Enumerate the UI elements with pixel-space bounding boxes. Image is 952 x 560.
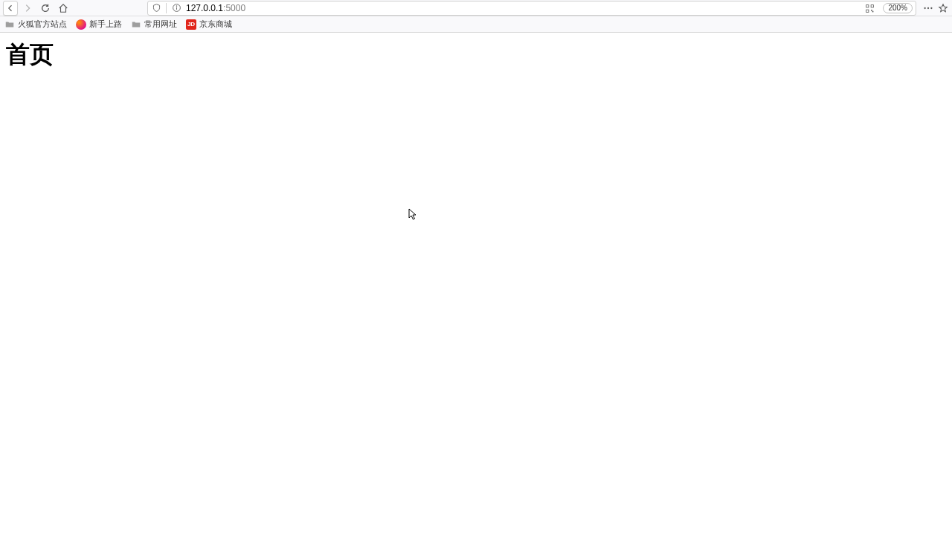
svg-rect-7 [872, 10, 874, 12]
bookmark-star-icon[interactable] [937, 2, 949, 14]
bookmark-label: 常用网址 [144, 19, 177, 30]
bookmark-label: 火狐官方站点 [18, 19, 67, 30]
bookmark-item-common-sites[interactable]: 常用网址 [129, 19, 178, 30]
qr-icon[interactable] [865, 3, 875, 13]
bookmark-item-jd[interactable]: JD 京东商城 [184, 19, 234, 30]
divider [166, 3, 167, 13]
reload-button[interactable] [37, 1, 54, 16]
page-content: 首页 [0, 33, 952, 77]
page-heading: 首页 [6, 39, 946, 71]
nav-toolbar: 127.0.0.1:5000 200% [0, 0, 952, 16]
cursor-icon [408, 208, 419, 222]
bookmarks-bar: 火狐官方站点 新手上路 常用网址 JD 京东商城 [0, 16, 952, 33]
jd-icon: JD [186, 19, 196, 30]
svg-point-10 [930, 7, 932, 8]
back-button[interactable] [3, 1, 18, 16]
bookmark-label: 京东商城 [199, 19, 232, 30]
shield-icon[interactable] [151, 3, 161, 13]
svg-rect-5 [866, 10, 869, 12]
info-icon[interactable] [171, 3, 181, 13]
svg-rect-4 [872, 4, 874, 7]
svg-rect-3 [866, 4, 869, 7]
svg-point-2 [176, 6, 177, 7]
bookmark-item-getting-started[interactable]: 新手上路 [74, 19, 123, 30]
forward-button [19, 1, 36, 16]
url-bar[interactable]: 127.0.0.1:5000 200% [147, 1, 916, 16]
url-host: 127.0.0.1 [186, 3, 223, 13]
folder-icon [131, 19, 141, 30]
firefox-icon [76, 19, 86, 30]
page-actions-icon[interactable] [922, 2, 934, 14]
folder-icon [4, 19, 15, 30]
bookmark-label: 新手上路 [89, 19, 122, 30]
url-text: 127.0.0.1:5000 [186, 3, 861, 13]
bookmark-item-firefox-official[interactable]: 火狐官方站点 [3, 19, 68, 30]
zoom-badge[interactable]: 200% [883, 3, 913, 13]
svg-rect-6 [872, 10, 873, 11]
svg-point-9 [927, 7, 929, 8]
url-port: :5000 [223, 3, 245, 13]
svg-point-8 [924, 7, 925, 8]
home-button[interactable] [55, 1, 71, 16]
right-controls [922, 2, 949, 14]
